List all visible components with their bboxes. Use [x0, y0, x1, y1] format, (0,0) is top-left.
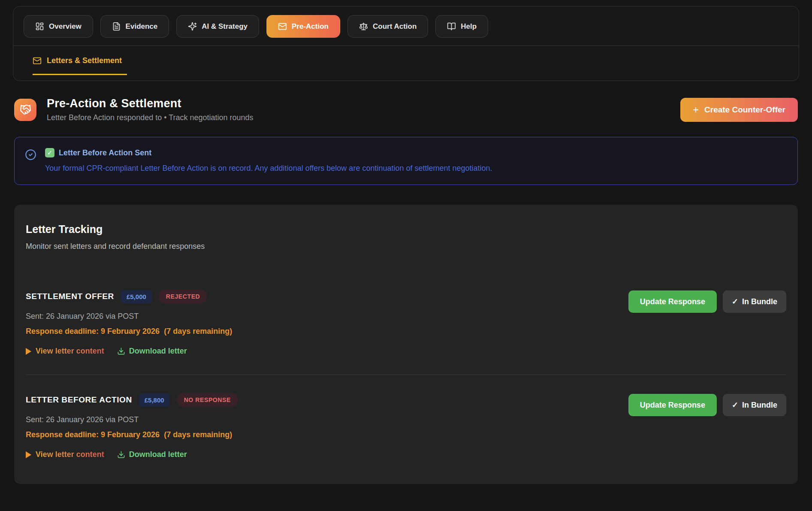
- letter-name: SETTLEMENT OFFER: [26, 292, 114, 301]
- play-triangle-icon: [26, 451, 31, 458]
- handshake-icon: [14, 99, 36, 121]
- in-bundle-label: In Bundle: [742, 297, 777, 306]
- check-icon: ✓: [732, 400, 738, 410]
- banner-title: Letter Before Action Sent: [59, 148, 151, 157]
- update-response-button[interactable]: Update Response: [628, 290, 717, 313]
- sub-tab-bar: Letters & Settlement: [13, 46, 799, 81]
- subtab-letters-settlement[interactable]: Letters & Settlement: [33, 56, 127, 75]
- envelope-icon: [33, 56, 42, 65]
- tab-ai-strategy[interactable]: AI & Strategy: [176, 15, 259, 38]
- tab-overview[interactable]: Overview: [24, 15, 93, 38]
- book-icon: [447, 22, 456, 31]
- amount-badge: £5,000: [121, 290, 152, 303]
- download-icon: [117, 451, 125, 459]
- page-subtitle: Letter Before Action responded to • Trac…: [47, 113, 254, 122]
- update-response-button[interactable]: Update Response: [628, 394, 717, 416]
- green-check-emoji-icon: ✓: [45, 148, 54, 157]
- download-letter-link[interactable]: Download letter: [117, 347, 187, 356]
- view-letter-content-link[interactable]: View letter content: [26, 450, 104, 459]
- tab-label: Help: [461, 22, 477, 31]
- response-deadline: Response deadline: 9 February 2026: [26, 430, 160, 439]
- create-counter-offer-label: Create Counter-Offer: [704, 105, 785, 115]
- view-letter-label: View letter content: [36, 347, 104, 356]
- grid-icon: [35, 22, 44, 31]
- download-letter-link[interactable]: Download letter: [117, 450, 187, 459]
- status-badge: REJECTED: [159, 290, 207, 303]
- days-remaining: (7 days remaining): [164, 430, 232, 439]
- main-tab-bar: Overview Evidence AI & Strategy Pre-Acti…: [13, 6, 799, 45]
- view-letter-label: View letter content: [36, 450, 104, 459]
- days-remaining: (7 days remaining): [164, 327, 232, 336]
- amount-badge: £5,800: [139, 393, 170, 407]
- tab-label: Overview: [49, 22, 82, 31]
- page-header: Pre-Action & Settlement Letter Before Ac…: [14, 97, 798, 122]
- status-badge: NO RESPONSE: [177, 393, 238, 407]
- in-bundle-label: In Bundle: [742, 401, 777, 410]
- tab-label: Court Action: [373, 22, 417, 31]
- banner-message: Your formal CPR-compliant Letter Before …: [45, 164, 492, 173]
- tab-label: Pre-Action: [292, 22, 329, 31]
- tab-help[interactable]: Help: [435, 15, 488, 38]
- plus-icon: +: [693, 106, 699, 114]
- view-letter-content-link[interactable]: View letter content: [26, 347, 104, 356]
- document-icon: [112, 22, 121, 31]
- tab-pre-action[interactable]: Pre-Action: [266, 15, 340, 38]
- letters-list: SETTLEMENT OFFER £5,000 REJECTED Sent: 2…: [26, 272, 786, 478]
- letter-row-letter-before-action: LETTER BEFORE ACTION £5,800 NO RESPONSE …: [26, 375, 786, 478]
- create-counter-offer-button[interactable]: + Create Counter-Offer: [680, 98, 798, 122]
- tab-court-action[interactable]: Court Action: [347, 15, 428, 38]
- mail-icon: [278, 22, 287, 31]
- letter-tracking-card: Letter Tracking Monitor sent letters and…: [14, 205, 798, 484]
- in-bundle-button[interactable]: ✓ In Bundle: [723, 394, 786, 416]
- letter-row-settlement-offer: SETTLEMENT OFFER £5,000 REJECTED Sent: 2…: [26, 272, 786, 375]
- top-navigation-card: Overview Evidence AI & Strategy Pre-Acti…: [13, 6, 799, 81]
- check-icon: ✓: [732, 297, 738, 306]
- response-deadline: Response deadline: 9 February 2026: [26, 327, 160, 336]
- download-icon: [117, 347, 125, 355]
- sent-info: Sent: 26 January 2026 via POST: [26, 312, 232, 321]
- sent-info: Sent: 26 January 2026 via POST: [26, 415, 238, 424]
- circle-check-icon: [25, 149, 36, 173]
- download-letter-label: Download letter: [129, 347, 187, 356]
- scales-icon: [359, 22, 368, 31]
- letter-name: LETTER BEFORE ACTION: [26, 395, 132, 405]
- sparkles-icon: [188, 22, 197, 31]
- tab-label: Evidence: [126, 22, 158, 31]
- download-letter-label: Download letter: [129, 450, 187, 459]
- letter-tracking-subtitle: Monitor sent letters and record defendan…: [26, 242, 786, 251]
- page-title: Pre-Action & Settlement: [47, 97, 254, 110]
- letter-sent-banner: ✓ Letter Before Action Sent Your formal …: [14, 137, 798, 185]
- letter-tracking-title: Letter Tracking: [26, 223, 786, 236]
- in-bundle-button[interactable]: ✓ In Bundle: [723, 290, 786, 313]
- tab-label: AI & Strategy: [202, 22, 248, 31]
- subtab-label: Letters & Settlement: [47, 56, 122, 65]
- play-triangle-icon: [26, 348, 31, 355]
- tab-evidence[interactable]: Evidence: [100, 15, 169, 38]
